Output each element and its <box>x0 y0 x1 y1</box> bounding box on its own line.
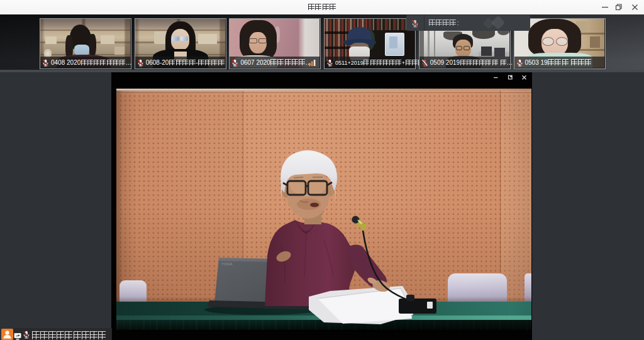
svg-text:YOGA: YOGA <box>221 262 233 266</box>
